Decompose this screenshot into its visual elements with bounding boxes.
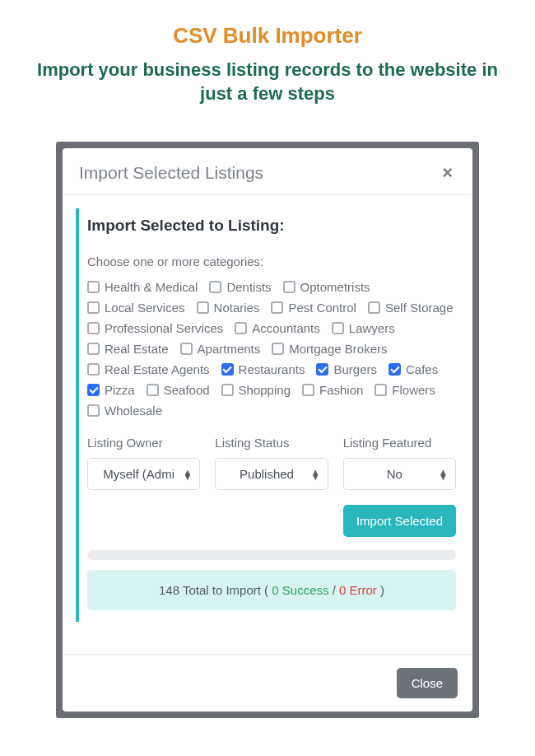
category-item[interactable]: Lawyers bbox=[332, 321, 395, 335]
category-checkbox[interactable] bbox=[87, 404, 100, 417]
category-checkbox[interactable] bbox=[197, 301, 209, 314]
category-checkbox[interactable] bbox=[235, 322, 247, 334]
category-item[interactable]: Wholesale bbox=[87, 404, 162, 418]
listing-featured-label: Listing Featured bbox=[343, 436, 456, 450]
modal-title: Import Selected Listings bbox=[79, 163, 263, 183]
category-item[interactable]: Self Storage bbox=[368, 301, 454, 315]
listing-status-select[interactable]: Published bbox=[215, 458, 328, 490]
category-label: Local Services bbox=[105, 301, 185, 315]
category-label: Pest Control bbox=[288, 301, 356, 315]
category-item[interactable]: Accountants bbox=[235, 321, 320, 335]
category-item[interactable]: Optometrists bbox=[283, 280, 370, 294]
selects-row: Listing Owner Myself (Admi ▲▼ Listing St… bbox=[87, 436, 456, 490]
category-label: Mortgage Brokers bbox=[289, 342, 387, 356]
category-item[interactable]: Notaries bbox=[197, 301, 260, 315]
category-item[interactable]: Pizza bbox=[87, 383, 135, 397]
category-label: Fashion bbox=[319, 383, 363, 397]
category-label: Restaurants bbox=[239, 362, 305, 376]
modal-header: Import Selected Listings × bbox=[63, 148, 472, 195]
category-checkbox[interactable] bbox=[332, 322, 344, 334]
category-label: Apartments bbox=[198, 342, 261, 356]
category-label: Health & Medical bbox=[105, 280, 198, 294]
category-item[interactable]: Real Estate Agents bbox=[87, 362, 210, 376]
category-item[interactable]: Shopping bbox=[221, 383, 291, 397]
category-checkbox[interactable] bbox=[209, 281, 221, 293]
category-item[interactable]: Professional Services bbox=[87, 321, 223, 335]
categories-label: Choose one or more categories: bbox=[87, 254, 456, 268]
close-icon[interactable]: × bbox=[439, 164, 456, 182]
category-label: Real Estate Agents bbox=[105, 362, 210, 376]
category-label: Wholesale bbox=[105, 404, 162, 418]
category-checkbox[interactable] bbox=[147, 384, 159, 396]
listing-featured-select[interactable]: No bbox=[343, 458, 456, 490]
import-section: Import Selected to Listing: Choose one o… bbox=[76, 208, 459, 622]
import-selected-button[interactable]: Import Selected bbox=[343, 505, 456, 537]
category-label: Optometrists bbox=[300, 280, 370, 294]
listing-owner-group: Listing Owner Myself (Admi ▲▼ bbox=[87, 436, 200, 490]
category-checkbox[interactable] bbox=[272, 343, 284, 355]
section-heading: Import Selected to Listing: bbox=[87, 217, 456, 235]
listing-owner-label: Listing Owner bbox=[87, 436, 200, 450]
category-item[interactable]: Pest Control bbox=[271, 301, 356, 315]
category-checkbox[interactable] bbox=[374, 384, 387, 396]
category-label: Professional Services bbox=[105, 321, 223, 335]
close-button[interactable]: Close bbox=[397, 668, 458, 698]
summary-success: 0 bbox=[272, 583, 278, 597]
category-checkbox[interactable] bbox=[302, 384, 314, 396]
category-label: Cafes bbox=[406, 362, 438, 376]
category-item[interactable]: Real Estate bbox=[87, 342, 169, 356]
category-checkbox[interactable] bbox=[87, 384, 100, 396]
category-checkbox[interactable] bbox=[221, 363, 234, 376]
category-label: Burgers bbox=[333, 362, 377, 376]
category-item[interactable]: Seafood bbox=[147, 383, 210, 397]
progress-bar bbox=[87, 550, 456, 560]
category-item[interactable]: Flowers bbox=[374, 383, 435, 397]
category-item[interactable]: Local Services bbox=[87, 301, 185, 315]
listing-owner-select[interactable]: Myself (Admi bbox=[87, 458, 200, 490]
listing-status-label: Listing Status bbox=[215, 436, 328, 450]
category-item[interactable]: Burgers bbox=[316, 362, 377, 376]
category-label: Self Storage bbox=[385, 301, 454, 315]
category-checkbox[interactable] bbox=[87, 301, 100, 314]
category-label: Accountants bbox=[252, 321, 320, 335]
import-summary: 148 Total to Import ( 0 Success / 0 Erro… bbox=[87, 570, 456, 610]
category-checkbox[interactable] bbox=[368, 301, 380, 314]
category-item[interactable]: Health & Medical bbox=[87, 280, 198, 294]
category-checkbox[interactable] bbox=[388, 363, 401, 376]
category-item[interactable]: Apartments bbox=[180, 342, 261, 356]
listing-status-group: Listing Status Published ▲▼ bbox=[215, 436, 328, 490]
category-item[interactable]: Mortgage Brokers bbox=[272, 342, 387, 356]
category-item[interactable]: Fashion bbox=[302, 383, 363, 397]
page-title: CSV Bulk Importer bbox=[0, 23, 535, 49]
category-label: Seafood bbox=[164, 383, 210, 397]
category-checkbox[interactable] bbox=[221, 384, 234, 396]
import-modal: Import Selected Listings × Import Select… bbox=[63, 148, 472, 712]
category-label: Notaries bbox=[214, 301, 260, 315]
category-label: Lawyers bbox=[349, 321, 395, 335]
category-item[interactable]: Restaurants bbox=[221, 362, 305, 376]
category-checkbox[interactable] bbox=[180, 343, 193, 355]
modal-footer: Close bbox=[63, 654, 472, 712]
category-label: Flowers bbox=[392, 383, 435, 397]
category-checkbox[interactable] bbox=[87, 343, 100, 355]
category-item[interactable]: Dentists bbox=[209, 280, 271, 294]
modal-body: Import Selected to Listing: Choose one o… bbox=[63, 195, 472, 654]
category-label: Dentists bbox=[226, 280, 271, 294]
category-item[interactable]: Cafes bbox=[388, 362, 438, 376]
categories-list: Health & MedicalDentistsOptometristsLoca… bbox=[87, 280, 456, 418]
category-checkbox[interactable] bbox=[87, 322, 100, 334]
category-checkbox[interactable] bbox=[316, 363, 328, 376]
category-label: Shopping bbox=[239, 383, 291, 397]
modal-backdrop: Import Selected Listings × Import Select… bbox=[56, 142, 479, 718]
category-checkbox[interactable] bbox=[283, 281, 295, 293]
page-subtitle: Import your business listing records to … bbox=[33, 58, 502, 105]
category-checkbox[interactable] bbox=[271, 301, 283, 314]
listing-featured-group: Listing Featured No ▲▼ bbox=[343, 436, 456, 490]
category-checkbox[interactable] bbox=[87, 363, 100, 376]
category-label: Pizza bbox=[105, 383, 135, 397]
category-label: Real Estate bbox=[105, 342, 169, 356]
category-checkbox[interactable] bbox=[87, 281, 100, 293]
summary-total: 148 bbox=[159, 583, 179, 597]
